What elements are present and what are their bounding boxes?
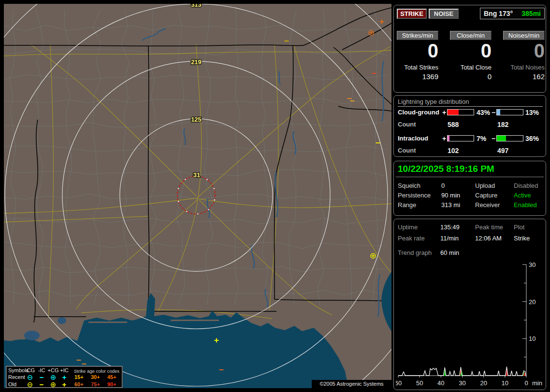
alarm-ring-dot [178, 188, 179, 189]
trend-x-tick-label: 30 [459, 379, 465, 387]
cg-plus-pct: 43% [477, 109, 490, 116]
alarm-ring-dot [214, 199, 216, 201]
trend-y-tick-label: 30 [529, 261, 536, 268]
panel-distribution: Lightning type distribution Cloud-ground… [393, 95, 546, 157]
ic-plus-bar [447, 135, 474, 141]
strike-symbol-circle-minus [28, 383, 32, 387]
ic-plus-fill [448, 136, 449, 141]
alarm-ring-dot [214, 188, 215, 189]
strikes-per-min-button[interactable]: Strikes/min [397, 31, 438, 40]
alarm-ring-dot [178, 201, 179, 202]
trend-x-tick-label: 60 [396, 379, 402, 387]
legend-age-45p: 45+ [107, 374, 116, 380]
separator [396, 177, 544, 177]
bearing-distance: 385mi [521, 10, 541, 17]
alarm-ring-dot [206, 179, 208, 181]
cg-minus-fill [497, 110, 500, 115]
legend-age-60p: 60+ [74, 381, 84, 387]
strike-symbol-circle-minus [28, 376, 32, 379]
plot-value: Strike [514, 235, 530, 242]
legend-symbol-circle-minus [27, 382, 33, 388]
trend-graph-label: Trend graph [398, 249, 432, 256]
legend-age-title: Strike age color codes [74, 368, 119, 374]
legend-header-pIC: +IC [58, 367, 71, 373]
minus-sign: − [492, 109, 495, 116]
trend-x-tick-label: 50 [416, 379, 423, 387]
trend-x-tick-label: 10 [502, 379, 508, 387]
panel-counters: STRIKE NOISE Bng 173° 385mi Strikes/min … [393, 5, 546, 93]
map-canvas: 12521931331 [4, 4, 391, 388]
plus-sign: + [442, 135, 446, 142]
panel-status: 10/22/2025 8:19:16 PM Squelch 0 Upload D… [393, 161, 546, 216]
trend-x-unit-label: min [532, 379, 542, 387]
legend-row-label: Recent [8, 374, 25, 380]
close-per-min-value: 0 [450, 40, 492, 61]
range-ring-label: 125 [191, 116, 202, 123]
cg-minus-pct: 13% [525, 109, 539, 116]
ic-minus-fill [497, 136, 506, 141]
intracloud-label: Intracloud [398, 135, 428, 142]
ic-minus-bar [496, 135, 523, 141]
alarm-ring-dot [208, 209, 209, 210]
legend-symbol-minus [38, 382, 45, 388]
alarm-ring-dot [186, 211, 188, 212]
cg-plus-bar [447, 109, 474, 115]
cg-minus-bar [496, 109, 523, 115]
squelch-label: Squelch [398, 182, 420, 189]
trend-y-tick-label: 20 [529, 298, 536, 306]
legend-symbol-circle-plus [50, 375, 57, 380]
strike-symbol-plus [62, 383, 66, 387]
plot-label: Plot [514, 224, 524, 231]
capture-label: Capture [475, 192, 497, 199]
cloud-ground-label: Cloud-ground [398, 109, 439, 116]
range-value: 313 mi [441, 201, 460, 209]
legend-symbol-plus [61, 382, 68, 388]
total-noises-label: Total Noises [503, 64, 545, 71]
distribution-title: Lightning type distribution [398, 98, 543, 107]
trend-graph: 1020306050403020100min [396, 261, 547, 389]
bearing-display: Bng 173° 385mi [480, 8, 545, 19]
legend-symbol-circle-plus [50, 382, 57, 388]
alarm-ring-label: 31 [193, 171, 200, 179]
ic-minus-pct: 36% [525, 135, 539, 142]
total-noises-value: 162 [503, 72, 545, 81]
legend-age-90p: 90+ [107, 381, 116, 387]
sidebar: STRIKE NOISE Bng 173° 385mi Strikes/min … [392, 0, 550, 392]
map-legend: Symbols-CG-IC+CG+ICStrike age color code… [6, 366, 123, 388]
strike-symbol-circle-plus [51, 383, 55, 387]
peak-time-value: 12:06 AM [475, 235, 502, 242]
close-per-min-button[interactable]: Close/min [450, 31, 492, 40]
app-window: { "app_title": "NexStorm lightning displ… [0, 0, 550, 392]
alarm-ring-dot [197, 213, 199, 215]
total-strikes-label: Total Strikes [397, 64, 438, 71]
legend-row-label: Old [8, 381, 16, 387]
total-close-value: 0 [450, 72, 492, 81]
strikes-per-min-value: 0 [397, 40, 438, 61]
plus-sign: + [442, 109, 446, 116]
legend-age-30p: 30+ [91, 374, 100, 380]
legend-header-mCG: -CG [24, 367, 36, 373]
ic-plus-count: 102 [448, 147, 459, 154]
map-display: 12521931331 Symbols-CG-IC+CG+ICStrike ag… [4, 4, 391, 388]
ic-count-label: Count [398, 147, 416, 154]
upload-value: Disabled [514, 182, 538, 189]
range-ring-label: 313 [191, 4, 202, 8]
persistence-value: 90 min [441, 192, 460, 199]
ic-plus-pct: 7% [477, 135, 486, 142]
upload-label: Upload [475, 182, 495, 189]
datetime: 10/22/2025 8:19:16 PM [398, 164, 494, 174]
peak-time-label: Peak time [475, 224, 503, 231]
copyright: ©2005 Astrogenic Systems [312, 380, 391, 388]
trend-x-tick-label: 0 [524, 379, 528, 387]
range-label: Range [398, 201, 416, 209]
uptime-label: Uptime [398, 224, 418, 231]
range-ring-label: 219 [191, 58, 202, 66]
legend-age-75p: 75+ [91, 381, 100, 387]
ic-minus-count: 497 [497, 147, 508, 154]
peak-rate-value: 11/min [440, 235, 459, 242]
cg-plus-fill [448, 110, 459, 115]
legend-symbol-plus [61, 375, 68, 380]
strike-mode-button[interactable]: STRIKE [397, 9, 427, 19]
noises-per-min-button[interactable]: Noises/min [503, 31, 545, 40]
noise-mode-button[interactable]: NOISE [429, 9, 459, 19]
